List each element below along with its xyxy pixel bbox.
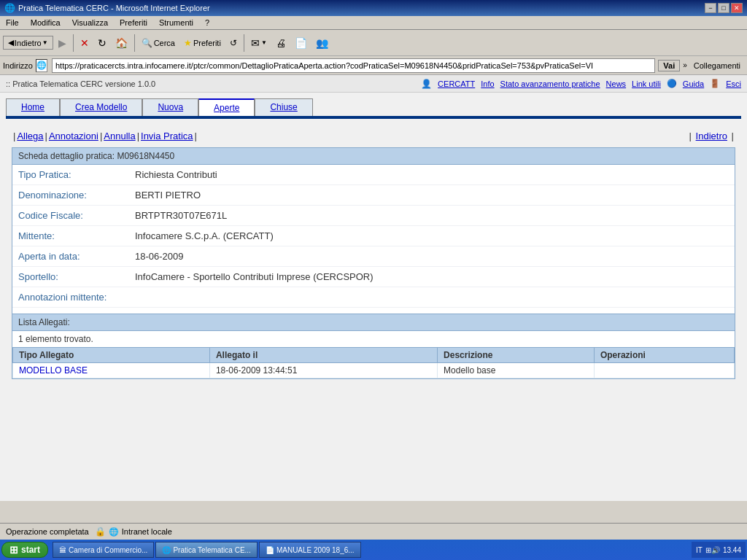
ie-icon: 🌐 (4, 3, 15, 13)
page-header: :: Pratica Telematica CERC versione 1.0.… (0, 75, 747, 93)
allegati-header: Lista Allegati: (12, 314, 735, 331)
allega-link[interactable]: Allega (17, 131, 43, 141)
col-operazioni: Operazioni (594, 348, 734, 363)
allegati-header-label: Lista Allegati: (18, 317, 70, 327)
tab-home[interactable]: Home (6, 98, 60, 116)
address-icon: 🌐 (36, 59, 47, 72)
detail-row-codice-fiscale: Codice Fiscale: BRTPTR30T07E671L (12, 206, 735, 226)
menu-file[interactable]: File (3, 18, 22, 28)
content-area: | Allega | Annotazioni | Annulla | Invia… (0, 119, 747, 385)
invia-pratica-link[interactable]: Invia Pratica (141, 131, 193, 141)
search-label: Cerca (154, 39, 175, 47)
back-label: Indietro (15, 39, 42, 47)
value-sportello: InfoCamere - Sportello Contributi Impres… (135, 271, 374, 282)
sep-allega-left: | (12, 131, 17, 141)
home-button[interactable]: 🏠 (112, 35, 131, 51)
refresh-button[interactable]: ↻ (94, 35, 110, 51)
separator-1 (73, 34, 74, 52)
search-icon: 🔍 (142, 38, 152, 48)
mail-dropdown-icon: ▼ (261, 39, 267, 46)
sep-allega-right: | (44, 131, 49, 141)
link-utili-link[interactable]: Link utili (632, 79, 661, 88)
forward-icon: ▶ (58, 37, 66, 49)
tab-nuova[interactable]: Nuova (142, 98, 198, 116)
cell-tipo-allegato[interactable]: MODELLO BASE (13, 363, 210, 378)
value-aperta-data: 18-06-2009 (135, 251, 184, 262)
label-annotazioni: Annotazioni mittente: (18, 292, 135, 303)
tab-chiuse[interactable]: Chiuse (255, 98, 312, 116)
address-label: Indirizzo (3, 61, 33, 70)
stato-avanzamento-link[interactable]: Stato avanzamento pratiche (500, 79, 600, 88)
edit-button[interactable]: 📄 (291, 35, 311, 51)
guide-icon: 🔵 (667, 79, 677, 88)
window-title: Pratica Telematica CERC - Microsoft Inte… (18, 4, 210, 12)
links-button[interactable]: Collegamenti (690, 59, 744, 72)
annotazioni-link[interactable]: Annotazioni (49, 131, 98, 141)
toolbar: ◀ Indietro ▼ ▶ ✕ ↻ 🏠 🔍 Cerca ★ Preferiti… (0, 30, 747, 56)
links-label: Collegamenti (694, 61, 740, 70)
maximize-button[interactable]: □ (718, 3, 729, 13)
guida-link[interactable]: Guida (683, 79, 704, 88)
menu-bar: File Modifica Visualizza Preferiti Strum… (0, 16, 747, 30)
menu-strumenti[interactable]: Strumenti (156, 18, 196, 28)
label-tipo-pratica: Tipo Pratica: (18, 169, 135, 180)
indietro-link[interactable]: Indietro (696, 131, 727, 141)
label-aperta-data: Aperta in data: (18, 251, 135, 262)
detail-row-sportello: Sportello: InfoCamere - Sportello Contri… (12, 267, 735, 287)
detail-row-annotazioni: Annotazioni mittente: (12, 287, 735, 308)
menu-help[interactable]: ? (202, 18, 212, 28)
sep-indietro-right: | (730, 131, 735, 141)
media-button[interactable]: ↺ (226, 36, 241, 50)
nav-tabs: Home Crea Modello Nuova Aperte Chiuse (0, 93, 747, 116)
esci-link[interactable]: Esci (726, 79, 741, 88)
menu-modifica[interactable]: Modifica (28, 18, 63, 28)
cell-descrizione: Modello base (438, 363, 595, 378)
sep-invia: | (193, 131, 198, 141)
menu-visualizza[interactable]: Visualizza (69, 18, 111, 28)
search-button[interactable]: 🔍 Cerca (138, 36, 179, 50)
info-link[interactable]: Info (481, 79, 494, 88)
home-icon: 🏠 (115, 37, 128, 49)
col-descrizione: Descrizione (438, 348, 595, 363)
label-sportello: Sportello: (18, 271, 135, 282)
go-button[interactable]: Vai (658, 60, 680, 71)
favorites-button[interactable]: ★ Preferiti (180, 36, 225, 50)
col-allegato-il: Allegato il (209, 348, 437, 363)
messenger-button[interactable]: 👥 (312, 35, 332, 51)
forward-button[interactable]: ▶ (55, 35, 70, 51)
separator-2 (134, 34, 135, 52)
minimize-button[interactable]: − (705, 3, 716, 13)
label-denominazione: Denominazione: (18, 190, 135, 201)
detail-header-label: Scheda dettaglio pratica: (18, 151, 115, 161)
news-link[interactable]: News (606, 79, 627, 88)
messenger-icon: 👥 (316, 37, 328, 49)
tab-aperte[interactable]: Aperte (198, 98, 255, 116)
detail-row-tipo-pratica: Tipo Pratica: Richiesta Contributi (12, 165, 735, 185)
exit-icon: 🚪 (710, 79, 720, 88)
browser-content: Home Crea Modello Nuova Aperte Chiuse | … (0, 93, 747, 501)
stop-button[interactable]: ✕ (77, 35, 93, 51)
cell-operazioni (594, 363, 734, 378)
value-denominazione: BERTI PIETRO (135, 190, 201, 201)
media-icon: ↺ (230, 38, 237, 48)
sep-indietro-left: | (688, 131, 696, 141)
mail-icon: ✉ (251, 37, 260, 49)
annulla-link[interactable]: Annulla (104, 131, 135, 141)
close-button[interactable]: ✕ (731, 3, 743, 13)
user-icon: 👤 (421, 79, 432, 89)
sep-annotazioni: | (98, 131, 104, 141)
back-button[interactable]: ◀ Indietro ▼ (3, 36, 53, 50)
back-arrow-icon: ◀ (8, 38, 14, 47)
favorites-label: Preferiti (193, 39, 221, 47)
address-input[interactable] (52, 58, 655, 73)
allegati-count-text: 1 elemento trovato. (18, 334, 93, 344)
tab-crea-modello[interactable]: Crea Modello (60, 98, 142, 116)
mail-button[interactable]: ✉ ▼ (247, 35, 271, 51)
stop-icon: ✕ (80, 37, 89, 49)
value-tipo-pratica: Richiesta Contributi (135, 169, 217, 180)
value-codice-fiscale: BRTPTR30T07E671L (135, 210, 227, 221)
print-button[interactable]: 🖨 (272, 35, 290, 51)
cercatt-link[interactable]: CERCATT (438, 79, 475, 88)
detail-row-aperta-data: Aperta in data: 18-06-2009 (12, 246, 735, 267)
menu-preferiti[interactable]: Preferiti (117, 18, 150, 28)
